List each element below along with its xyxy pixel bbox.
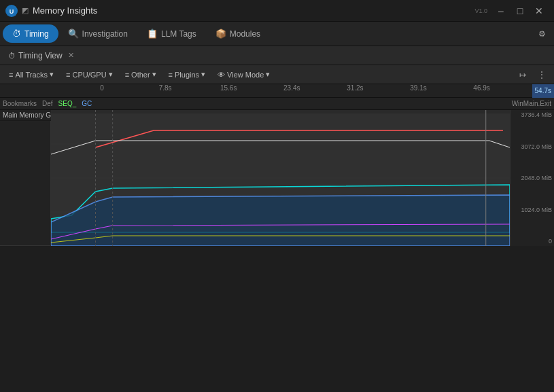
memory-values: 3736.4 MiB 3072.0 MiB 2048.0 MiB 1024.0 … xyxy=(510,110,554,246)
view-mode-icon: 👁 xyxy=(218,71,225,79)
memory-chart[interactable] xyxy=(51,110,510,246)
minimize-button[interactable]: – xyxy=(491,1,510,20)
ruler-5: 39.1s xyxy=(410,84,426,92)
bookmark-def[interactable]: Def xyxy=(39,100,56,107)
memory-val-4: 0 xyxy=(513,238,552,245)
ruler-3: 23.4s xyxy=(283,84,300,92)
ruler-2: 15.6s xyxy=(220,84,237,92)
toolbar: ≡ All Tracks ▾ ≡ CPU/GPU ▾ ≡ Other ▾ ≡ P… xyxy=(0,65,554,84)
cpu-gpu-button[interactable]: ≡ CPU/GPU ▾ xyxy=(61,69,118,80)
plugins-button[interactable]: ≡ Plugins ▾ xyxy=(164,69,211,80)
view-mode-chevron: ▾ xyxy=(266,70,270,79)
cpu-gpu-icon: ≡ xyxy=(66,71,70,79)
memory-val-1: 3072.0 MiB xyxy=(513,143,552,150)
memory-label-col: Main Memory Graph xyxy=(0,110,51,245)
chart-area: Main Memory Graph xyxy=(0,110,554,392)
memory-svg xyxy=(51,110,510,246)
investigation-icon: 🔍 xyxy=(68,29,79,39)
ruler-6: 46.9s xyxy=(473,84,489,92)
nav-tab-llm-tags[interactable]: 📋 LLM Tags xyxy=(137,24,206,43)
sub-tab-timing-view[interactable]: ⏱ Timing View ✕ xyxy=(3,49,80,63)
sub-tab-close[interactable]: ✕ xyxy=(68,51,74,60)
other-icon: ≡ xyxy=(125,71,129,79)
modules-icon: 📦 xyxy=(215,29,226,39)
svg-marker-7 xyxy=(51,195,510,246)
bookmark-bar: Bookmarks Def SEQ_ GC WinMain.Exit xyxy=(0,98,554,110)
bookmark-seq[interactable]: SEQ_ xyxy=(56,100,80,107)
version-label: V1.0 xyxy=(474,7,487,14)
all-tracks-icon: ≡ xyxy=(9,71,13,79)
window-title: Memory Insights xyxy=(33,5,474,16)
nav-tab-modules[interactable]: 📦 Modules xyxy=(206,24,270,43)
nav-tab-investigation[interactable]: 🔍 Investigation xyxy=(58,24,137,43)
memory-val-2: 2048.0 MiB xyxy=(513,175,552,181)
bookmark-gc[interactable]: GC xyxy=(79,100,94,107)
close-button[interactable]: ✕ xyxy=(530,1,549,20)
memory-graph-title: Main Memory Graph xyxy=(0,110,51,121)
all-tracks-button[interactable]: ≡ All Tracks ▾ xyxy=(4,69,58,80)
more-button[interactable]: ⋮ xyxy=(534,67,550,83)
memory-val-0: 3736.4 MiB xyxy=(513,111,552,118)
memory-section: Main Memory Graph xyxy=(0,110,554,246)
memory-val-3: 1024.0 MiB xyxy=(513,207,552,213)
maximize-button[interactable]: □ xyxy=(510,1,530,20)
settings-button[interactable]: ⚙ xyxy=(532,24,551,43)
exit-marker: WinMain.Exit xyxy=(509,100,554,107)
other-button[interactable]: ≡ Other ▾ xyxy=(120,69,161,80)
title-bar: U ◩ Memory Insights V1.0 – □ ✕ xyxy=(0,0,554,22)
sub-tab-icon: ⏱ xyxy=(8,52,16,60)
pin-button[interactable]: ↦ xyxy=(515,67,531,83)
timing-icon: ⏱ xyxy=(12,29,21,39)
cpu-gpu-chevron: ▾ xyxy=(109,70,113,79)
all-tracks-chevron: ▾ xyxy=(50,70,54,79)
app-icon: U xyxy=(5,5,18,17)
more-icon: ⋮ xyxy=(538,70,546,79)
llm-tags-icon: 📋 xyxy=(147,29,158,39)
ruler-1: 7.8s xyxy=(159,84,172,92)
sub-tab-bar: ⏱ Timing View ✕ xyxy=(0,46,554,65)
plugins-icon: ≡ xyxy=(169,71,173,79)
ruler-highlight: 54.7s xyxy=(532,84,554,98)
nav-bar: ⏱ Timing 🔍 Investigation 📋 LLM Tags 📦 Mo… xyxy=(0,22,554,46)
svg-text:U: U xyxy=(10,8,14,15)
bookmark-label: Bookmarks xyxy=(0,100,39,107)
ruler-4: 31.2s xyxy=(347,84,363,92)
plugins-chevron: ▾ xyxy=(201,70,205,79)
window-title-icon: ◩ xyxy=(22,6,29,15)
other-chevron: ▾ xyxy=(152,70,156,79)
nav-tab-timing[interactable]: ⏱ Timing xyxy=(3,24,58,43)
view-mode-button[interactable]: 👁 View Mode ▾ xyxy=(213,69,275,80)
timeline-ruler: 0 7.8s 15.6s 23.4s 31.2s 39.1s 46.9s 54.… xyxy=(0,84,554,98)
pin-icon: ↦ xyxy=(519,70,526,79)
ruler-0: 0 xyxy=(100,84,104,92)
